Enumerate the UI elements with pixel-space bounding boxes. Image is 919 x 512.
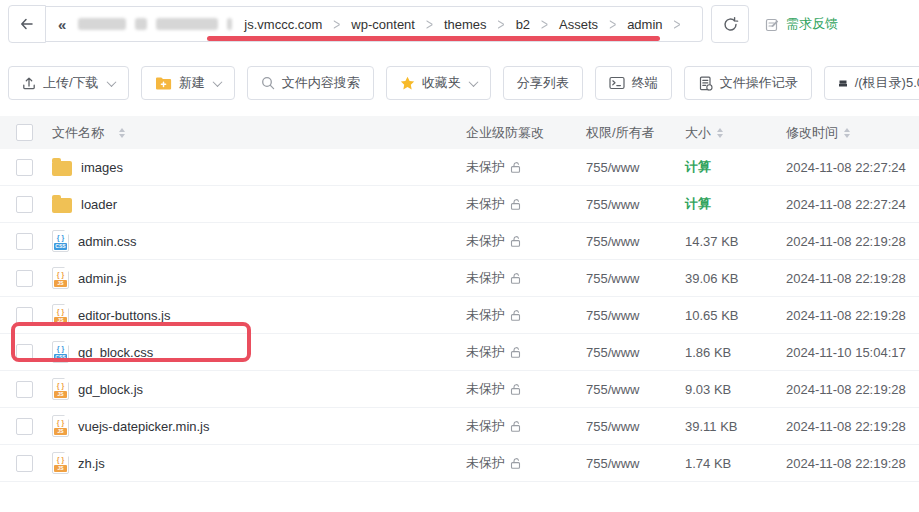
js-file-icon: { }JS bbox=[52, 415, 69, 437]
row-checkbox[interactable] bbox=[16, 159, 33, 176]
permission-owner: 755/www bbox=[586, 197, 685, 212]
arrow-left-icon bbox=[19, 16, 35, 32]
redacted-path-segments bbox=[78, 18, 232, 30]
breadcrumb-item-b2[interactable]: b2 bbox=[516, 17, 530, 32]
header-permission-owner: 权限/所有者 bbox=[586, 124, 685, 142]
share-list-button[interactable]: 分享列表 bbox=[503, 66, 583, 100]
file-size: 1.86 KB bbox=[685, 345, 786, 360]
calculate-size-link[interactable]: 计算 bbox=[685, 158, 711, 176]
row-checkbox[interactable] bbox=[16, 307, 33, 324]
breadcrumb-item-themes[interactable]: themes bbox=[444, 17, 487, 32]
header-tamper: 企业级防篡改 bbox=[466, 124, 586, 142]
chevron-down-icon bbox=[468, 77, 478, 87]
new-folder-icon bbox=[155, 76, 172, 91]
js-file-icon: { }JS bbox=[52, 267, 69, 289]
feedback-link[interactable]: 需求反馈 bbox=[765, 15, 838, 33]
permission-owner: 755/www bbox=[586, 456, 685, 471]
modified-time: 2024-11-08 22:19:28 bbox=[786, 234, 919, 249]
breadcrumb-item-domain[interactable]: js.vmccc.com bbox=[244, 17, 322, 32]
favorites-label: 收藏夹 bbox=[422, 74, 461, 92]
css-file-icon: { }CSS bbox=[52, 341, 69, 363]
disk-icon bbox=[838, 78, 848, 88]
table-row-admin-css[interactable]: { }CSS admin.css 未保护 755/www 14.37 KB 20… bbox=[0, 223, 919, 260]
table-row-editor-buttons-js[interactable]: { }JS editor-buttons.js 未保护 755/www 10.6… bbox=[0, 297, 919, 334]
root-disk-button[interactable]: /(根目录)5.04 TB bbox=[824, 66, 919, 100]
sort-icon[interactable] bbox=[717, 128, 723, 138]
feedback-label: 需求反馈 bbox=[786, 15, 838, 33]
file-name[interactable]: admin.css bbox=[78, 234, 137, 249]
unlocked-icon bbox=[510, 383, 522, 396]
operation-log-button[interactable]: 文件操作记录 bbox=[684, 66, 812, 100]
file-size: 39.06 KB bbox=[685, 271, 786, 286]
row-checkbox[interactable] bbox=[16, 455, 33, 472]
row-checkbox[interactable] bbox=[16, 344, 33, 361]
row-checkbox[interactable] bbox=[16, 381, 33, 398]
new-label: 新建 bbox=[179, 74, 205, 92]
sort-icon[interactable] bbox=[119, 128, 125, 138]
file-name[interactable]: gd_block.js bbox=[78, 382, 143, 397]
content-search-button[interactable]: 文件内容搜索 bbox=[247, 66, 374, 100]
table-row-admin-js[interactable]: { }JS admin.js 未保护 755/www 39.06 KB 2024… bbox=[0, 260, 919, 297]
share-list-label: 分享列表 bbox=[517, 74, 569, 92]
modified-time: 2024-11-08 22:27:24 bbox=[786, 197, 919, 212]
table-row-loader[interactable]: loader 未保护 755/www 计算 2024-11-08 22:27:2… bbox=[0, 186, 919, 223]
breadcrumb-separator: > bbox=[674, 14, 681, 34]
breadcrumb-item-admin[interactable]: admin bbox=[627, 17, 662, 32]
file-name[interactable]: gd_block.css bbox=[78, 345, 153, 360]
breadcrumb-bar: « js.vmccc.com > wp-content > themes > b… bbox=[0, 0, 919, 48]
back-button[interactable] bbox=[8, 5, 46, 43]
permission-owner: 755/www bbox=[586, 234, 685, 249]
header-size[interactable]: 大小 bbox=[685, 124, 786, 142]
new-button[interactable]: 新建 bbox=[141, 66, 235, 100]
breadcrumb-item-wp-content[interactable]: wp-content bbox=[351, 17, 415, 32]
table-row-zh-js[interactable]: { }JS zh.js 未保护 755/www 1.74 KB 2024-11-… bbox=[0, 445, 919, 482]
breadcrumb: js.vmccc.com > wp-content > themes > b2 … bbox=[244, 17, 691, 32]
header-file-name[interactable]: 文件名称 bbox=[40, 124, 466, 142]
file-size: 1.74 KB bbox=[685, 456, 786, 471]
calculate-size-link[interactable]: 计算 bbox=[685, 195, 711, 213]
unlocked-icon bbox=[510, 272, 522, 285]
refresh-button[interactable] bbox=[711, 5, 749, 43]
tamper-status: 未保护 bbox=[466, 343, 505, 361]
file-name[interactable]: zh.js bbox=[78, 456, 105, 471]
modified-time: 2024-11-08 22:27:24 bbox=[786, 160, 919, 175]
row-checkbox[interactable] bbox=[16, 196, 33, 213]
favorites-button[interactable]: 收藏夹 bbox=[386, 66, 491, 100]
permission-owner: 755/www bbox=[586, 271, 685, 286]
row-checkbox[interactable] bbox=[16, 418, 33, 435]
terminal-icon bbox=[609, 76, 625, 90]
permission-owner: 755/www bbox=[586, 345, 685, 360]
js-file-icon: { }JS bbox=[52, 452, 69, 474]
file-table: 文件名称 企业级防篡改 权限/所有者 大小 修改时间 images 未保护 75… bbox=[0, 116, 919, 482]
js-file-icon: { }JS bbox=[52, 378, 69, 400]
table-row-vuejs-datepicker[interactable]: { }JS vuejs-datepicker.min.js 未保护 755/ww… bbox=[0, 408, 919, 445]
unlocked-icon bbox=[510, 198, 522, 211]
root-disk-label: /(根目录)5.04 TB bbox=[855, 74, 919, 92]
select-all-checkbox[interactable] bbox=[16, 124, 33, 141]
file-name[interactable]: loader bbox=[81, 197, 117, 212]
file-name[interactable]: editor-buttons.js bbox=[78, 308, 171, 323]
redacted-segment bbox=[156, 18, 218, 30]
permission-owner: 755/www bbox=[586, 382, 685, 397]
file-name[interactable]: images bbox=[81, 160, 123, 175]
chevron-down-icon bbox=[106, 77, 116, 87]
table-row-gd-block-js[interactable]: { }JS gd_block.js 未保护 755/www 9.03 KB 20… bbox=[0, 371, 919, 408]
sort-icon[interactable] bbox=[844, 128, 850, 138]
upload-download-button[interactable]: 上传/下载 bbox=[8, 66, 129, 100]
feedback-edit-icon bbox=[765, 17, 780, 32]
terminal-button[interactable]: 终端 bbox=[595, 66, 672, 100]
file-name[interactable]: admin.js bbox=[78, 271, 126, 286]
operation-log-label: 文件操作记录 bbox=[720, 74, 798, 92]
unlocked-icon bbox=[510, 235, 522, 248]
row-checkbox[interactable] bbox=[16, 270, 33, 287]
table-row-images[interactable]: images 未保护 755/www 计算 2024-11-08 22:27:2… bbox=[0, 149, 919, 186]
row-checkbox[interactable] bbox=[16, 233, 33, 250]
file-name[interactable]: vuejs-datepicker.min.js bbox=[78, 419, 210, 434]
table-row-gd-block-css[interactable]: { }CSS gd_block.css 未保护 755/www 1.86 KB … bbox=[0, 334, 919, 371]
breadcrumb-item-assets[interactable]: Assets bbox=[559, 17, 598, 32]
document-log-icon bbox=[698, 76, 713, 91]
header-modified-time[interactable]: 修改时间 bbox=[786, 124, 919, 142]
modified-time: 2024-11-10 15:04:17 bbox=[786, 345, 919, 360]
collapse-path-icon[interactable]: « bbox=[58, 16, 66, 33]
tamper-status: 未保护 bbox=[466, 454, 505, 472]
